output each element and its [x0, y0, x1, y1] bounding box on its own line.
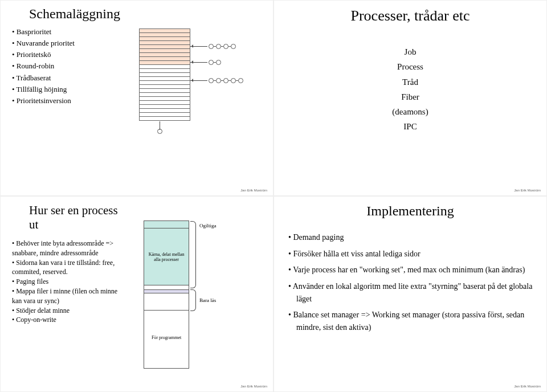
mem-segment-kernel: Kärna, delat mellan alla processer — [144, 228, 189, 285]
slide4-bullets: Demand paging Försöker hålla ett viss an… — [283, 231, 538, 334]
slide1-diagram — [116, 6, 264, 181]
list-item: Balance set manager => Working set manag… — [288, 309, 538, 333]
arrow-icon — [190, 62, 207, 63]
slide3-bullets: Behöver inte byta adressområde => snabba… — [9, 239, 126, 325]
list-item: IPC — [392, 119, 428, 134]
list-item: Demand paging — [288, 231, 538, 244]
thread-chain-icon — [209, 78, 243, 83]
priority-queue-icon — [139, 29, 190, 121]
list-item: Fiber — [392, 89, 428, 104]
list-item: (deamons) — [392, 104, 428, 119]
slide-implementering: Implementering Demand paging Försöker hå… — [274, 196, 547, 392]
list-item: Använder en lokal algoritm med lite extr… — [288, 280, 538, 305]
mem-segment — [144, 221, 189, 228]
list-item: Paging files — [12, 277, 126, 287]
memory-column-icon: Kärna, delat mellan alla processer För p… — [144, 220, 189, 369]
arrow-icon — [190, 80, 207, 81]
list-item: Nuvarande prioritet — [12, 38, 116, 49]
list-item: Round-robin — [12, 60, 116, 72]
thread-chain-icon — [209, 44, 236, 49]
slide1-title: Schemaläggning — [29, 6, 116, 22]
slide1-text-col: Schemaläggning Basprioritet Nuvarande pr… — [9, 6, 116, 181]
list-item: Prioritetsinversion — [12, 95, 116, 107]
slide3-diagram: Kärna, delat mellan alla processer För p… — [126, 202, 264, 377]
slide1-bullets: Basprioritet Nuvarande prioritet Priorit… — [9, 26, 116, 107]
list-item: Tråd — [392, 75, 428, 89]
list-item: Sidorna kan vara i tre tillstånd: free, … — [12, 258, 126, 277]
list-item: Behöver inte byta adressområde => snabba… — [12, 239, 126, 258]
list-item: Varje process har en "working set", med … — [288, 264, 538, 276]
list-item: Stödjer delat minne — [12, 306, 126, 316]
list-item: Job — [392, 44, 428, 59]
slide-processer: Processer, trådar etc Job Process Tråd F… — [274, 0, 547, 196]
slide-footer: Jan Erik Moström — [514, 189, 541, 192]
connector-line-icon — [160, 121, 160, 130]
brace-icon — [190, 289, 196, 311]
mem-segment — [144, 293, 189, 310]
slide-process-layout: Hur ser en process ut Behöver inte byta … — [0, 196, 274, 392]
slide2-title: Processer, trådar etc — [350, 7, 470, 24]
list-item: Basprioritet — [12, 26, 116, 38]
list-item: Tillfällig höjning — [12, 84, 116, 95]
slide-footer: Jan Erik Moström — [514, 385, 541, 388]
slide4-title: Implementering — [283, 203, 538, 219]
mem-segment — [144, 285, 189, 289]
list-item: Process — [392, 59, 428, 74]
slide-schemalaggning: Schemaläggning Basprioritet Nuvarande pr… — [0, 0, 274, 196]
list-item: Mappa filer i minne (filen och minne kan… — [12, 287, 126, 306]
slide3-text-col: Hur ser en process ut Behöver inte byta … — [9, 202, 126, 377]
list-item: Prioritetskö — [12, 49, 116, 60]
list-item: Trådbaserat — [12, 72, 116, 84]
slide3-title: Hur ser en process ut — [29, 203, 126, 232]
arrow-icon — [190, 46, 207, 47]
list-item: Försöker hålla ett viss antal lediga sid… — [288, 248, 538, 260]
brace-label: Bara läs — [199, 297, 216, 303]
thread-chain-icon — [209, 60, 221, 65]
list-item: Copy-on-write — [12, 315, 126, 325]
brace-icon — [190, 221, 196, 288]
brace-label: Ogiltiga — [199, 223, 217, 228]
slide-footer: Jan Erik Moström — [240, 189, 267, 192]
slide2-list: Job Process Tråd Fiber (deamons) IPC — [392, 44, 428, 134]
slide-footer: Jan Erik Moström — [240, 385, 267, 388]
mem-segment-program: För programmet — [144, 310, 189, 364]
